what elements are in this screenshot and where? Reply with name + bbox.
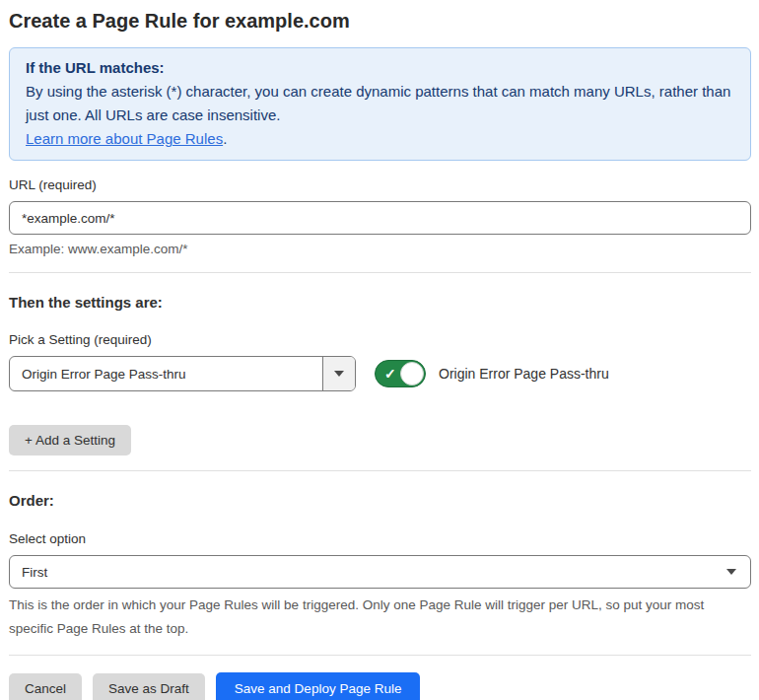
- page-title: Create a Page Rule for example.com: [9, 8, 751, 34]
- url-field-label: URL (required): [9, 177, 751, 193]
- setting-select-arrow-button[interactable]: [322, 357, 355, 390]
- settings-section-heading: Then the settings are:: [9, 294, 751, 312]
- order-section-heading: Order:: [9, 492, 751, 510]
- url-match-info-box: If the URL matches: By using the asteris…: [9, 47, 751, 161]
- link-suffix: .: [223, 130, 227, 147]
- order-select[interactable]: First: [9, 555, 751, 589]
- divider: [9, 272, 751, 273]
- save-and-deploy-button[interactable]: Save and Deploy Page Rule: [216, 672, 421, 700]
- url-example-helper: Example: www.example.com/*: [9, 242, 751, 257]
- cancel-button[interactable]: Cancel: [9, 673, 82, 700]
- check-icon: ✓: [384, 367, 396, 381]
- divider: [9, 470, 751, 471]
- save-as-draft-button[interactable]: Save as Draft: [93, 673, 205, 700]
- setting-row: Origin Error Page Pass-thru ✓ Origin Err…: [9, 356, 751, 391]
- order-helper-text: This is the order in which your Page Rul…: [9, 594, 751, 641]
- setting-toggle-label: Origin Error Page Pass-thru: [439, 366, 609, 382]
- learn-more-link[interactable]: Learn more about Page Rules: [26, 130, 223, 147]
- order-select-label: Select option: [9, 531, 751, 547]
- pick-setting-label: Pick a Setting (required): [9, 332, 751, 348]
- chevron-down-icon: [726, 569, 736, 575]
- add-setting-button[interactable]: + Add a Setting: [9, 425, 131, 455]
- order-select-value: First: [10, 565, 726, 580]
- divider: [9, 655, 751, 656]
- toggle-knob: [400, 362, 424, 385]
- create-page-rule-form: Create a Page Rule for example.com If th…: [0, 0, 759, 700]
- setting-select[interactable]: Origin Error Page Pass-thru: [9, 356, 356, 391]
- setting-select-value: Origin Error Page Pass-thru: [10, 367, 322, 382]
- setting-toggle[interactable]: ✓: [375, 360, 426, 387]
- chevron-down-icon: [334, 371, 344, 377]
- info-box-heading: If the URL matches:: [26, 56, 734, 80]
- footer-actions: Cancel Save as Draft Save and Deploy Pag…: [9, 672, 751, 700]
- info-box-body: By using the asterisk (*) character, you…: [26, 83, 730, 123]
- url-input[interactable]: [9, 201, 751, 235]
